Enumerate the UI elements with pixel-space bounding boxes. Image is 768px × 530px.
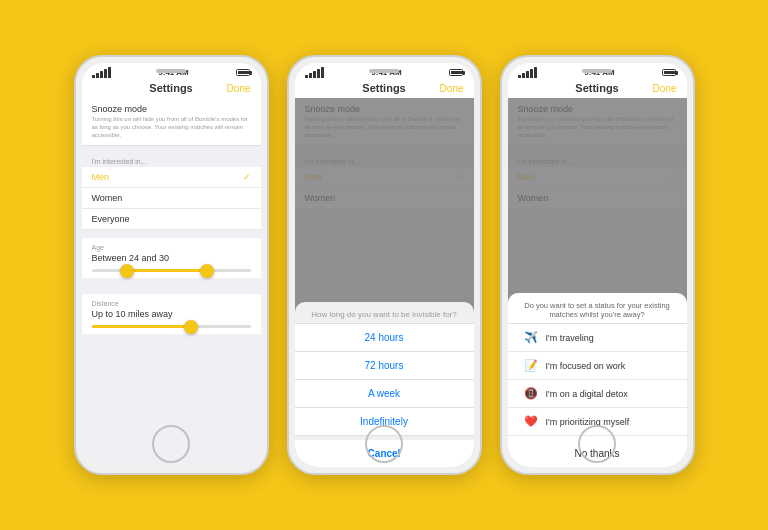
status-modal: Do you want to set a status for your exi… (508, 293, 687, 467)
distance-slider[interactable] (92, 325, 251, 328)
status-detox-label: I'm on a digital detox (546, 389, 628, 399)
checkmark-icon: ✓ (243, 172, 251, 182)
screen-content-3: Snooze mode Turning this on will hide yo… (508, 98, 687, 467)
interest-women[interactable]: Women (82, 188, 261, 209)
no-thanks-button[interactable]: No thanks (508, 440, 687, 467)
nav-bar-2: Settings Done (295, 80, 474, 98)
done-button-1[interactable]: Done (227, 83, 251, 94)
time-display: 9:41 AM (158, 68, 188, 77)
status-bar-3: 9:41 AM (508, 63, 687, 80)
snooze-description: Turning this on will hide you from all o… (92, 116, 251, 139)
snooze-title: Snooze mode (92, 104, 251, 114)
phones-container: 9:41 AM Settings Done Snooze mode Turnin… (54, 35, 715, 495)
phone-3: 9:41 AM Settings Done Snooze mode Turnin… (500, 55, 695, 475)
status-detox[interactable]: 📵 I'm on a digital detox (508, 380, 687, 408)
option-week[interactable]: A week (295, 380, 474, 408)
distance-label: Distance (92, 300, 251, 307)
battery-icon (236, 69, 250, 76)
status-traveling-label: I'm traveling (546, 333, 594, 343)
interest-women-label: Women (92, 193, 123, 203)
time-display-3: 9:41 AM (584, 68, 614, 77)
duration-modal: How long do you want to be invisible for… (295, 302, 474, 467)
cancel-button[interactable]: Cancel (295, 440, 474, 467)
status-bar-2: 9:41 AM (295, 63, 474, 80)
signal-icon (92, 67, 111, 78)
nav-bar-1: Settings Done (82, 80, 261, 98)
heart-icon: ❤️ (524, 415, 538, 428)
status-modal-title: Do you want to set a status for your exi… (508, 293, 687, 324)
nav-title-2: Settings (362, 82, 405, 94)
time-display-2: 9:41 AM (371, 68, 401, 77)
age-section: Age Between 24 and 30 (82, 238, 261, 278)
age-value: Between 24 and 30 (92, 253, 251, 263)
done-button-3[interactable]: Done (653, 83, 677, 94)
interest-men[interactable]: Men ✓ (82, 167, 261, 188)
status-myself-label: I'm prioritizing myself (546, 417, 630, 427)
detox-icon: 📵 (524, 387, 538, 400)
status-traveling[interactable]: ✈️ I'm traveling (508, 324, 687, 352)
duration-modal-overlay: How long do you want to be invisible for… (295, 98, 474, 467)
signal-icon-2 (305, 67, 324, 78)
interest-everyone-label: Everyone (92, 214, 130, 224)
distance-slider-thumb[interactable] (184, 320, 198, 334)
status-modal-overlay: Do you want to set a status for your exi… (508, 98, 687, 467)
screen-content-1: Snooze mode Turning this on will hide yo… (82, 98, 261, 467)
screen-content-2: Snooze mode Turning this on will hide yo… (295, 98, 474, 467)
distance-value: Up to 10 miles away (92, 309, 251, 319)
age-slider-right-thumb[interactable] (200, 264, 214, 278)
phone-1: 9:41 AM Settings Done Snooze mode Turnin… (74, 55, 269, 475)
nav-bar-3: Settings Done (508, 80, 687, 98)
age-label: Age (92, 244, 251, 251)
nav-title-1: Settings (149, 82, 192, 94)
work-icon: 📝 (524, 359, 538, 372)
age-slider-left-thumb[interactable] (120, 264, 134, 278)
snooze-mode-item[interactable]: Snooze mode Turning this on will hide yo… (82, 98, 261, 146)
distance-section: Distance Up to 10 miles away (82, 294, 261, 334)
battery-icon-3 (662, 69, 676, 76)
phone-2: 9:41 AM Settings Done Snooze mode Turnin… (287, 55, 482, 475)
status-myself[interactable]: ❤️ I'm prioritizing myself (508, 408, 687, 436)
battery-icon-2 (449, 69, 463, 76)
option-24h[interactable]: 24 hours (295, 324, 474, 352)
status-bar-1: 9:41 AM (82, 63, 261, 80)
done-button-2[interactable]: Done (440, 83, 464, 94)
interest-men-label: Men (92, 172, 110, 182)
traveling-icon: ✈️ (524, 331, 538, 344)
option-indefinitely[interactable]: Indefinitely (295, 408, 474, 436)
interest-everyone[interactable]: Everyone (82, 209, 261, 230)
nav-title-3: Settings (575, 82, 618, 94)
duration-modal-title: How long do you want to be invisible for… (295, 302, 474, 324)
age-slider[interactable] (92, 269, 251, 272)
option-72h[interactable]: 72 hours (295, 352, 474, 380)
status-work[interactable]: 📝 I'm focused on work (508, 352, 687, 380)
status-work-label: I'm focused on work (546, 361, 626, 371)
interests-section-label: I'm interested in... (82, 154, 261, 167)
signal-icon-3 (518, 67, 537, 78)
